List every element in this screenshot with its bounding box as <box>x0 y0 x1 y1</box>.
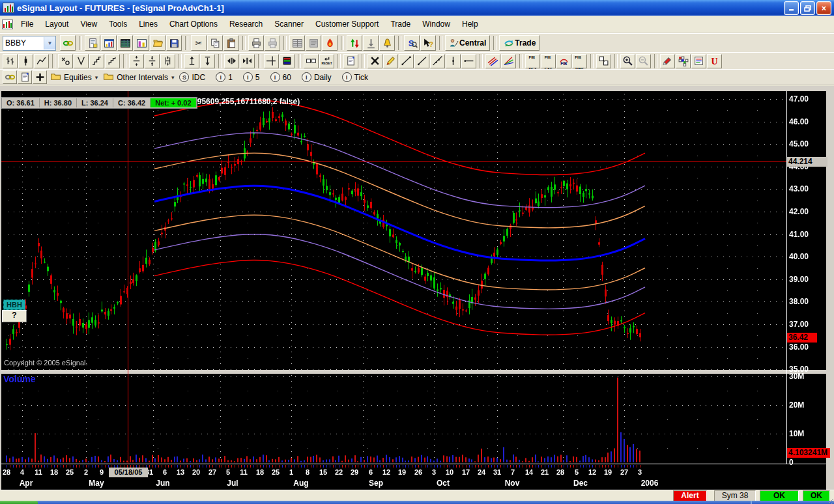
minimize-button[interactable] <box>784 1 799 15</box>
fan-lines-button[interactable] <box>501 54 516 68</box>
menu-item-research[interactable]: Research <box>223 17 268 31</box>
zoom-out-button[interactable] <box>636 54 651 68</box>
menu-item-help[interactable]: Help <box>456 17 484 31</box>
horizontal-ray-button[interactable] <box>461 54 476 68</box>
resize-grip[interactable] <box>829 499 834 504</box>
menu-item-file[interactable]: File <box>15 17 39 31</box>
save-layout-button[interactable] <box>166 35 182 51</box>
interval-button-daily[interactable]: IDaily <box>299 70 334 84</box>
expand-scale-button[interactable] <box>129 54 144 68</box>
u-turn-button[interactable]: U <box>707 54 722 68</box>
menu-item-layout[interactable]: Layout <box>39 17 74 31</box>
parallel-lines-button[interactable] <box>485 54 500 68</box>
copy-icon <box>210 38 221 49</box>
expand-h-button[interactable] <box>224 54 239 68</box>
trade-ticket-button[interactable] <box>691 54 706 68</box>
compress-scale-button[interactable] <box>145 54 160 68</box>
quote-window-button[interactable] <box>117 35 133 51</box>
central-button[interactable]: Central <box>445 35 490 51</box>
menu-item-lines[interactable]: Lines <box>133 17 164 31</box>
fib-time-button[interactable]: FIBTIME <box>572 54 587 68</box>
symbol-input[interactable] <box>3 38 44 48</box>
time-sales-button[interactable] <box>289 35 305 51</box>
point-figure-button[interactable] <box>58 54 73 68</box>
interval-button-60[interactable]: I60 <box>268 70 294 84</box>
spike-chart-button[interactable] <box>74 54 89 68</box>
ray-line-button[interactable] <box>414 54 429 68</box>
print-preview-button[interactable] <box>265 35 280 51</box>
symbol-search-button[interactable]: S <box>404 35 420 51</box>
open-layout-button[interactable] <box>150 35 165 51</box>
line-chart-button[interactable] <box>34 54 49 68</box>
news-window-icon <box>308 38 319 49</box>
hlc-bars-button[interactable] <box>3 54 18 68</box>
delete-drawing-button[interactable] <box>367 54 382 68</box>
paste-button[interactable] <box>223 35 239 51</box>
fib-arc-button[interactable]: FIB <box>556 54 571 68</box>
auto-scale-button[interactable] <box>160 54 175 68</box>
date-tick-label: 6 <box>369 468 373 476</box>
step-chart2-button[interactable] <box>105 54 120 68</box>
reset-scale-button[interactable]: RESET <box>319 54 334 68</box>
page-notes-button[interactable] <box>18 70 32 84</box>
interval-button-tick[interactable]: ITick <box>339 70 371 84</box>
compress-h-button[interactable] <box>240 54 255 68</box>
symbol-link-button[interactable] <box>60 35 76 51</box>
study-help-button[interactable]: ? <box>2 310 27 322</box>
fib-ret-button[interactable]: FIBRET <box>525 54 540 68</box>
extended-line-button[interactable] <box>430 54 445 68</box>
crosshair-tool-button[interactable] <box>264 54 279 68</box>
cut-button[interactable]: ✂ <box>191 35 207 51</box>
color-bars-button[interactable] <box>280 54 295 68</box>
price-axis-label: 40.00 <box>789 252 809 261</box>
context-help-button[interactable]: ? <box>420 35 436 51</box>
vertical-line-button[interactable] <box>446 54 461 68</box>
fib-ext-button[interactable]: FIBEXT <box>541 54 556 68</box>
option-window-button[interactable] <box>134 35 149 51</box>
menu-item-scanner[interactable]: Scanner <box>268 17 309 31</box>
other-intervals-button[interactable]: Other Intervals▾ <box>100 70 177 84</box>
data-source-button[interactable]: SIDC <box>177 70 208 84</box>
grid-boxes-button[interactable] <box>304 54 319 68</box>
symbol-dropdown-button[interactable]: ▼ <box>44 37 55 49</box>
candlestick-button[interactable] <box>18 54 33 68</box>
menu-item-trade[interactable]: Trade <box>384 17 416 31</box>
alert-bell-button[interactable] <box>379 35 395 51</box>
tick-arrows-button[interactable] <box>347 35 362 51</box>
step-chart-button[interactable] <box>89 54 104 68</box>
pencil-button[interactable] <box>383 54 398 68</box>
menu-item-window[interactable]: Window <box>416 17 456 31</box>
add-plus-button[interactable] <box>33 70 47 84</box>
trade-button[interactable]: Trade <box>499 35 539 51</box>
close-button[interactable]: × <box>816 1 831 15</box>
interval-button-1[interactable]: I1 <box>213 70 235 84</box>
interval-button-5[interactable]: I5 <box>240 70 263 84</box>
copy-button[interactable] <box>207 35 223 51</box>
news-window-button[interactable] <box>306 35 321 51</box>
alert-indicator[interactable]: Alert <box>673 490 707 501</box>
trendline-button[interactable] <box>399 54 414 68</box>
shift-up-button[interactable] <box>184 54 199 68</box>
data-export-button[interactable] <box>363 35 379 51</box>
menu-item-customer-support[interactable]: Customer Support <box>309 17 384 31</box>
link-grey-button[interactable] <box>3 70 17 84</box>
highlighter-button[interactable] <box>660 54 675 68</box>
menu-item-tools[interactable]: Tools <box>103 17 133 31</box>
study-flag-label[interactable]: HBH <box>3 300 25 310</box>
print-button[interactable] <box>248 35 264 51</box>
zoom-in-button[interactable] <box>620 54 635 68</box>
menu-item-chart-options[interactable]: Chart Options <box>164 17 223 31</box>
toolbar-separator <box>242 36 246 50</box>
copy-drawing-button[interactable] <box>596 54 611 68</box>
restore-button[interactable] <box>800 1 815 15</box>
menu-item-view[interactable]: View <box>74 17 103 31</box>
page-properties-button[interactable] <box>343 54 358 68</box>
chart-canvas[interactable] <box>0 86 834 490</box>
new-chart-button[interactable] <box>85 35 100 51</box>
chart-window-button[interactable] <box>101 35 117 51</box>
equities-list-button[interactable]: Equities▾ <box>48 70 100 84</box>
shift-down-button[interactable] <box>200 54 215 68</box>
grid-cells-button[interactable] <box>676 54 691 68</box>
hot-lists-button[interactable] <box>322 35 338 51</box>
symbol-combobox[interactable]: ▼ <box>3 36 56 51</box>
